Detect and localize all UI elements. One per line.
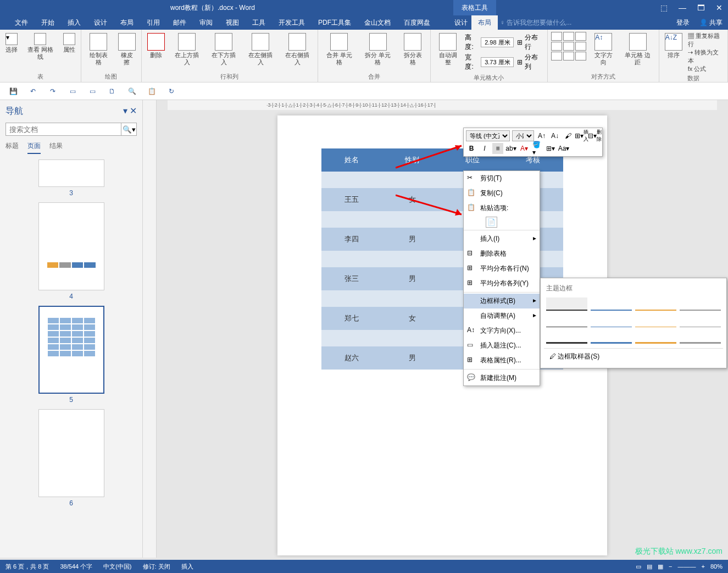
borders-icon[interactable]: ⊞▾	[545, 143, 556, 154]
border-style-option[interactable]	[635, 314, 676, 327]
qat-icon-2[interactable]: ▭	[87, 86, 97, 96]
border-style-option[interactable]	[591, 330, 632, 344]
convert-text-button[interactable]: ⇢ 转换为文本	[688, 48, 724, 65]
qat-icon-6[interactable]: ↻	[166, 86, 176, 96]
search-input[interactable]	[5, 123, 121, 136]
word-count[interactable]: 38/544 个字	[60, 563, 92, 571]
draw-table-button[interactable]: 绘制表格	[85, 32, 113, 67]
minimize-icon[interactable]: —	[679, 3, 686, 12]
ctx-new-comment[interactable]: 💬新建批注(M)	[464, 371, 540, 385]
close-icon[interactable]: ✕	[716, 3, 723, 12]
ctx-autofit[interactable]: 自动调整(A)▸	[464, 308, 540, 323]
language-indicator[interactable]: 中文(中国)	[103, 563, 131, 571]
cell-margins-button[interactable]: 单元格 边距	[620, 32, 655, 67]
border-style-option[interactable]	[680, 314, 721, 327]
ctx-insert[interactable]: 插入(I)▸	[464, 232, 540, 246]
zoom-in-icon[interactable]: +	[702, 563, 705, 570]
ctx-dist-cols[interactable]: ⊞平均分布各列(Y)	[464, 276, 540, 291]
ctx-dist-rows[interactable]: ⊞平均分布各行(N)	[464, 261, 540, 276]
italic-icon[interactable]: I	[479, 143, 490, 154]
view-gridlines-button[interactable]: 查看 网格线	[23, 32, 58, 62]
insert-left-button[interactable]: 在左侧插入	[244, 32, 277, 67]
share-button[interactable]: 👤 共享	[699, 18, 723, 27]
width-input[interactable]	[481, 57, 514, 67]
undo-icon[interactable]: ↶	[28, 86, 38, 96]
ctx-cut[interactable]: ✂剪切(T)	[464, 171, 540, 186]
thumbnail-page-4[interactable]	[38, 202, 104, 290]
font-size-select[interactable]: 小四	[512, 130, 534, 141]
border-sampler[interactable]: 🖊 边框取样器(S)	[544, 348, 723, 365]
eraser-button[interactable]: 橡皮擦	[116, 32, 138, 67]
thumbnail-page-5[interactable]	[38, 306, 104, 394]
thumbnail-page-6[interactable]	[38, 409, 104, 497]
ctx-paste-option[interactable]: 📄	[464, 216, 540, 229]
bold-icon[interactable]: B	[466, 143, 477, 154]
zoom-out-icon[interactable]: −	[669, 563, 672, 570]
align-icon[interactable]: ≡	[492, 143, 503, 154]
tab-design[interactable]: 设计	[87, 15, 114, 30]
zoom-level[interactable]: 80%	[710, 563, 723, 570]
tab-insert[interactable]: 插入	[61, 15, 87, 30]
styles-icon[interactable]: Aa▾	[558, 143, 569, 154]
distribute-cols-button[interactable]: ⊞ 分布列	[517, 53, 544, 71]
format-painter-icon[interactable]: 🖌	[563, 130, 574, 141]
border-style-option[interactable]	[680, 297, 721, 311]
height-input[interactable]	[481, 37, 514, 47]
thumbnail-page-3[interactable]	[38, 159, 104, 187]
insert-button[interactable]: ⊞▾插入	[576, 130, 587, 141]
tab-layout[interactable]: 布局	[114, 15, 140, 30]
border-style-option[interactable]	[546, 297, 587, 311]
maximize-icon[interactable]: 🗖	[697, 3, 705, 12]
tab-review[interactable]: 审阅	[193, 15, 219, 30]
view-mode-icon[interactable]: ▭	[636, 563, 641, 570]
search-button[interactable]: 🔍▾	[121, 123, 137, 136]
tab-wps[interactable]: 金山文档	[358, 15, 397, 30]
insert-right-button[interactable]: 在右侧插入	[281, 32, 314, 67]
qat-icon-3[interactable]: 🗋	[107, 86, 117, 96]
tab-file[interactable]: 文件	[8, 15, 35, 30]
autofit-button[interactable]: 自动调整	[434, 32, 462, 67]
border-style-option[interactable]	[546, 330, 587, 344]
nav-close-icon[interactable]: ▾ ✕	[123, 106, 137, 117]
decrease-font-icon[interactable]: A↓	[549, 130, 560, 141]
border-style-option[interactable]	[680, 330, 721, 344]
select-button[interactable]: ▾选择	[3, 32, 20, 54]
qat-icon-4[interactable]: 🔍	[127, 86, 137, 96]
redo-icon[interactable]: ↷	[48, 86, 58, 96]
tab-developer[interactable]: 开发工具	[272, 15, 312, 30]
ctx-copy[interactable]: 📋复制(C)	[464, 186, 540, 201]
tab-mailings[interactable]: 邮件	[166, 15, 193, 30]
insert-below-button[interactable]: 在下方插入	[207, 32, 241, 67]
tab-references[interactable]: 引用	[140, 15, 166, 30]
border-style-option[interactable]	[591, 314, 632, 327]
properties-button[interactable]: 属性	[61, 32, 77, 54]
tab-home[interactable]: 开始	[35, 15, 61, 30]
sort-button[interactable]: A↓Z排序	[663, 32, 685, 60]
border-style-option[interactable]	[635, 297, 676, 311]
qat-icon-1[interactable]: ▭	[68, 86, 77, 96]
save-icon[interactable]: 💾	[8, 86, 18, 96]
tab-table-layout[interactable]: 布局	[471, 15, 498, 30]
delete-button[interactable]: ⊟▾删除	[589, 130, 600, 141]
ctx-text-direction[interactable]: A↕文字方向(X)...	[464, 323, 540, 338]
split-cells-button[interactable]: 拆分 单元格	[360, 32, 395, 67]
nav-tab-pages[interactable]: 页面	[27, 141, 41, 154]
shading-icon[interactable]: 🪣▾	[532, 143, 543, 154]
view-mode-icon[interactable]: ▦	[658, 563, 663, 570]
qat-icon-5[interactable]: 📋	[147, 86, 157, 96]
font-select[interactable]: 等线 (中文正	[466, 130, 510, 141]
ribbon-options-icon[interactable]: ⬚	[660, 3, 668, 12]
distribute-rows-button[interactable]: ⊞ 分布行	[517, 33, 544, 52]
page-indicator[interactable]: 第 6 页，共 8 页	[5, 563, 49, 571]
border-style-option[interactable]	[546, 314, 587, 327]
insert-above-button[interactable]: 在上方插入	[170, 32, 204, 67]
tab-table-design[interactable]: 设计	[448, 15, 474, 30]
login-link[interactable]: 登录	[676, 18, 690, 27]
tab-baidu[interactable]: 百度网盘	[397, 15, 437, 30]
insert-mode[interactable]: 插入	[181, 563, 193, 571]
nav-tab-headings[interactable]: 标题	[5, 141, 19, 154]
ctx-delete-table[interactable]: ⊟删除表格	[464, 246, 540, 261]
increase-font-icon[interactable]: A↑	[536, 130, 547, 141]
track-changes[interactable]: 修订: 关闭	[143, 563, 170, 571]
tab-tools[interactable]: 工具	[246, 15, 272, 30]
